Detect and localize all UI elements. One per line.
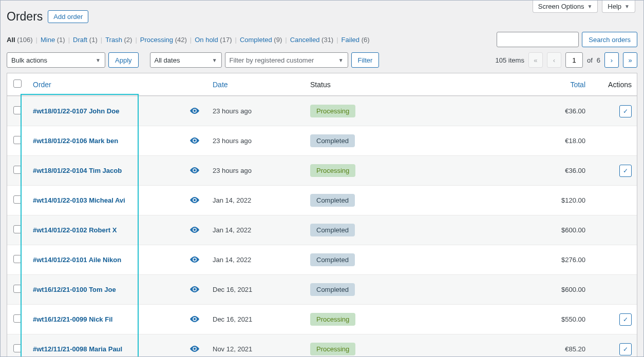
complete-order-button[interactable]: ✓ bbox=[619, 105, 632, 117]
status-badge: Processing bbox=[310, 164, 355, 177]
row-checkbox[interactable] bbox=[13, 225, 22, 233]
row-checkbox[interactable] bbox=[13, 344, 22, 352]
preview-icon[interactable] bbox=[182, 334, 207, 357]
view-count: (106) bbox=[15, 36, 33, 44]
view-filter-all[interactable]: All bbox=[7, 36, 15, 44]
view-filter-failed[interactable]: Failed bbox=[342, 36, 359, 44]
preview-icon[interactable] bbox=[182, 304, 207, 334]
select-all-checkbox[interactable] bbox=[13, 80, 22, 88]
table-row: #wt16/12/21-0100 Tom JoeDec 16, 2021Comp… bbox=[7, 274, 637, 304]
pager-items-count: 105 items bbox=[496, 56, 524, 64]
row-checkbox[interactable] bbox=[13, 255, 22, 263]
pager-total: 6 bbox=[597, 56, 600, 64]
row-checkbox[interactable] bbox=[13, 166, 22, 174]
screen-options-label: Screen Options bbox=[538, 3, 584, 10]
view-count: (1) bbox=[55, 36, 65, 44]
bulk-actions-select[interactable]: Bulk actions ▼ bbox=[7, 52, 105, 68]
pager-of-label: of bbox=[587, 56, 593, 64]
status-badge: Completed bbox=[310, 253, 355, 266]
preview-icon[interactable] bbox=[182, 215, 207, 245]
order-total: €36.00 bbox=[439, 155, 591, 185]
preview-icon[interactable] bbox=[182, 185, 207, 215]
view-filter-processing[interactable]: Processing bbox=[140, 36, 173, 44]
date-filter-label: All dates bbox=[155, 56, 180, 64]
bulk-actions-label: Bulk actions bbox=[11, 56, 47, 64]
page-title: Orders bbox=[7, 10, 43, 24]
row-checkbox[interactable] bbox=[13, 195, 22, 204]
view-filter-on-hold[interactable]: On hold bbox=[195, 36, 218, 44]
order-link[interactable]: #wt14/01/22-0103 Micheal Avi bbox=[33, 196, 125, 204]
filter-button[interactable]: Filter bbox=[351, 52, 380, 68]
search-input[interactable] bbox=[497, 32, 579, 47]
view-count: (6) bbox=[359, 36, 370, 44]
order-date: 23 hours ago bbox=[207, 96, 305, 126]
row-checkbox[interactable] bbox=[13, 314, 22, 323]
pager-last-button[interactable]: » bbox=[623, 52, 637, 68]
pager-prev-button: ‹ bbox=[547, 52, 561, 68]
order-date: Jan 14, 2022 bbox=[207, 245, 305, 274]
view-filter-trash[interactable]: Trash bbox=[105, 36, 122, 44]
view-filter-mine[interactable]: Mine bbox=[41, 36, 55, 44]
table-row: #wt18/01/22-0107 John Doe23 hours agoPro… bbox=[7, 96, 637, 126]
apply-bulk-button[interactable]: Apply bbox=[108, 52, 139, 68]
row-checkbox[interactable] bbox=[13, 136, 22, 144]
table-row: #wt14/01/22-0101 Aile NikonJan 14, 2022C… bbox=[7, 245, 637, 274]
order-link[interactable]: #wt16/12/21-0099 Nick Fil bbox=[33, 315, 112, 323]
view-filter-cancelled[interactable]: Cancelled bbox=[290, 36, 320, 44]
preview-icon[interactable] bbox=[182, 274, 207, 304]
complete-order-button[interactable]: ✓ bbox=[619, 343, 632, 355]
preview-icon[interactable] bbox=[182, 245, 207, 274]
order-link[interactable]: #wt14/01/22-0101 Aile Nikon bbox=[33, 256, 121, 264]
preview-icon[interactable] bbox=[182, 155, 207, 185]
caret-down-icon: ▼ bbox=[624, 4, 630, 9]
order-link[interactable]: #wt16/12/21-0100 Tom Joe bbox=[33, 286, 116, 293]
col-header-date[interactable]: Date bbox=[207, 73, 305, 96]
order-date: Nov 12, 2021 bbox=[207, 334, 305, 357]
date-filter-select[interactable]: All dates ▼ bbox=[150, 52, 222, 68]
order-date: Jan 14, 2022 bbox=[207, 215, 305, 245]
search-orders-button[interactable]: Search orders bbox=[582, 32, 637, 47]
view-count: (31) bbox=[319, 36, 333, 44]
caret-down-icon: ▼ bbox=[587, 4, 592, 9]
col-header-status: Status bbox=[305, 73, 439, 96]
view-filter-draft[interactable]: Draft bbox=[73, 36, 87, 44]
table-row: #wt14/01/22-0103 Micheal AviJan 14, 2022… bbox=[7, 185, 637, 215]
chevron-down-icon: ▼ bbox=[338, 57, 344, 63]
order-link[interactable]: #wt18/01/22-0107 John Doe bbox=[33, 107, 119, 115]
view-count: (42) bbox=[173, 36, 187, 44]
chevron-down-icon: ▼ bbox=[212, 57, 217, 63]
order-date: 23 hours ago bbox=[207, 126, 305, 155]
row-checkbox[interactable] bbox=[13, 106, 22, 114]
table-row: #wt12/11/21-0098 Maria PaulNov 12, 2021P… bbox=[7, 334, 637, 357]
order-date: Dec 16, 2021 bbox=[207, 304, 305, 334]
order-link[interactable]: #wt12/11/21-0098 Maria Paul bbox=[33, 345, 122, 353]
screen-options-tab[interactable]: Screen Options ▼ bbox=[533, 1, 598, 13]
status-badge: Completed bbox=[310, 224, 355, 236]
view-count: (1) bbox=[87, 36, 98, 44]
customer-filter-placeholder: Filter by registered customer bbox=[230, 56, 314, 64]
chevron-down-icon: ▼ bbox=[96, 57, 101, 63]
col-header-actions: Actions bbox=[591, 73, 637, 96]
preview-icon[interactable] bbox=[182, 126, 207, 155]
row-checkbox[interactable] bbox=[13, 285, 22, 293]
table-row: #wt16/12/21-0099 Nick FilDec 16, 2021Pro… bbox=[7, 304, 637, 334]
add-order-button[interactable]: Add order bbox=[48, 10, 88, 23]
order-link[interactable]: #wt18/01/22-0104 Tim Jacob bbox=[33, 167, 122, 174]
pager-current-input[interactable] bbox=[565, 52, 583, 68]
order-link[interactable]: #wt14/01/22-0102 Robert X bbox=[33, 226, 117, 234]
table-row: #wt18/01/22-0106 Mark ben23 hours agoCom… bbox=[7, 126, 637, 155]
view-count: (17) bbox=[218, 36, 232, 44]
view-filter-completed[interactable]: Completed bbox=[240, 36, 272, 44]
col-header-total[interactable]: Total bbox=[439, 73, 591, 96]
status-badge: Completed bbox=[310, 134, 355, 147]
help-tab[interactable]: Help ▼ bbox=[602, 1, 635, 13]
pager-next-button[interactable]: › bbox=[604, 52, 619, 68]
customer-filter-select[interactable]: Filter by registered customer ▼ bbox=[225, 52, 348, 68]
pager-first-button: « bbox=[528, 52, 543, 68]
complete-order-button[interactable]: ✓ bbox=[619, 313, 632, 326]
order-date: 23 hours ago bbox=[207, 155, 305, 185]
order-link[interactable]: #wt18/01/22-0106 Mark ben bbox=[33, 137, 118, 145]
complete-order-button[interactable]: ✓ bbox=[619, 165, 632, 177]
preview-icon[interactable] bbox=[182, 96, 207, 126]
col-header-order[interactable]: Order bbox=[28, 73, 182, 96]
